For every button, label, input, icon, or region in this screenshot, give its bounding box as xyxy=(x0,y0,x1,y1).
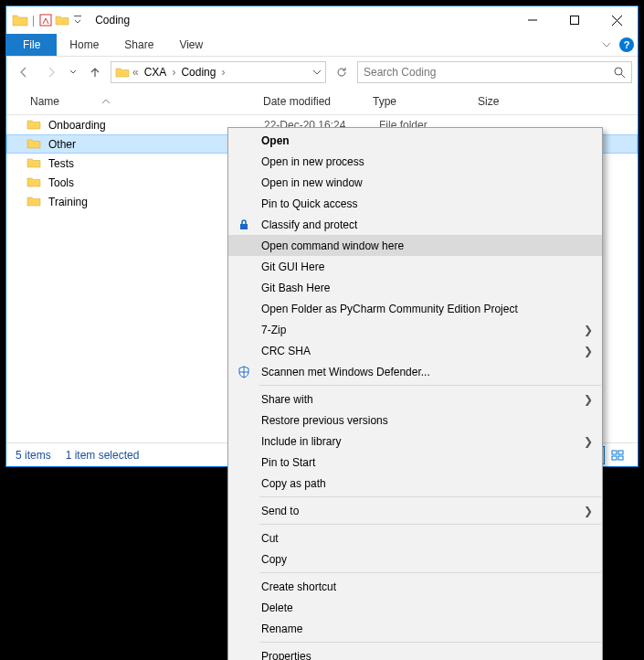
svg-rect-5 xyxy=(618,451,623,454)
ctx-include-library[interactable]: Include in library❯ xyxy=(228,431,602,452)
ribbon-expand-icon[interactable] xyxy=(597,34,616,56)
chevron-right-icon: ❯ xyxy=(584,435,593,448)
ctx-separator xyxy=(259,524,601,525)
ctx-open-new-window[interactable]: Open in new window xyxy=(228,172,602,193)
column-date[interactable]: Date modified xyxy=(258,95,367,108)
ctx-delete[interactable]: Delete xyxy=(228,597,602,618)
tab-file[interactable]: File xyxy=(6,34,57,56)
ctx-separator xyxy=(259,385,601,386)
help-icon: ? xyxy=(619,37,634,52)
folder-icon xyxy=(26,117,43,133)
quick-access-toolbar: | xyxy=(6,12,90,28)
chevron-right-icon: › xyxy=(171,66,176,79)
tab-view[interactable]: View xyxy=(166,34,216,56)
forward-button[interactable] xyxy=(39,60,63,84)
chevron-right-icon: ❯ xyxy=(584,393,593,406)
ctx-defender-scan[interactable]: Scannen met Windows Defender... xyxy=(228,361,602,382)
breadcrumb-seg-1[interactable]: CXA xyxy=(142,66,170,79)
qat-dropdown-icon[interactable] xyxy=(71,14,84,27)
close-button[interactable] xyxy=(596,6,638,34)
qat-properties-icon[interactable] xyxy=(38,13,53,27)
ctx-separator xyxy=(259,572,601,573)
breadcrumb-seg-2[interactable]: Coding xyxy=(178,66,218,79)
ctx-git-gui[interactable]: Git GUI Here xyxy=(228,256,602,277)
lock-icon xyxy=(236,217,252,233)
ribbon-tabs: File Home Share View ? xyxy=(6,34,638,57)
column-name-label: Name xyxy=(30,95,59,108)
breadcrumb-folder-icon xyxy=(115,65,130,80)
svg-rect-2 xyxy=(571,16,579,25)
folder-icon xyxy=(26,175,43,191)
ctx-pin-quick-access[interactable]: Pin to Quick access xyxy=(228,193,602,214)
column-type[interactable]: Type xyxy=(367,95,472,108)
search-input[interactable] xyxy=(364,66,626,79)
svg-rect-4 xyxy=(612,451,617,454)
svg-rect-0 xyxy=(40,15,51,26)
ctx-7zip[interactable]: 7-Zip❯ xyxy=(228,319,602,340)
maximize-button[interactable] xyxy=(554,6,596,34)
ctx-copy[interactable]: Copy xyxy=(228,548,602,570)
ctx-git-bash[interactable]: Git Bash Here xyxy=(228,277,602,298)
search-box[interactable] xyxy=(357,61,632,83)
ctx-cut[interactable]: Cut xyxy=(228,527,602,548)
ctx-share-with[interactable]: Share with❯ xyxy=(228,389,602,410)
up-button[interactable] xyxy=(83,60,107,84)
window-title: Coding xyxy=(90,14,512,27)
chevron-right-icon: › xyxy=(220,66,226,79)
ctx-open-new-process[interactable]: Open in new process xyxy=(228,151,602,172)
svg-rect-1 xyxy=(74,16,81,16)
back-button[interactable] xyxy=(12,60,36,84)
tab-share[interactable]: Share xyxy=(111,34,166,56)
ctx-separator xyxy=(259,642,601,643)
ctx-create-shortcut[interactable]: Create shortcut xyxy=(228,576,602,597)
folder-icon xyxy=(26,155,43,172)
svg-rect-7 xyxy=(618,456,623,460)
help-button[interactable]: ? xyxy=(616,34,638,56)
ctx-classify-protect[interactable]: Classify and protect xyxy=(228,214,602,235)
window-controls xyxy=(512,6,638,34)
chevron-right-icon: ❯ xyxy=(584,345,593,357)
column-size[interactable]: Size xyxy=(472,95,545,108)
column-name[interactable]: Name xyxy=(25,95,258,108)
address-dropdown-icon[interactable] xyxy=(312,68,322,77)
qat-folder-icon[interactable] xyxy=(55,13,69,27)
folder-icon xyxy=(26,194,43,210)
context-menu: Open Open in new process Open in new win… xyxy=(227,127,603,660)
sort-indicator-icon xyxy=(96,99,111,104)
qat-separator-icon: | xyxy=(30,14,37,27)
navigation-bar: « CXA › Coding › xyxy=(6,57,638,88)
ctx-pin-start[interactable]: Pin to Start xyxy=(228,452,602,473)
view-icons-button[interactable] xyxy=(607,446,628,464)
app-folder-icon xyxy=(12,12,28,28)
svg-rect-6 xyxy=(612,456,617,460)
refresh-button[interactable] xyxy=(330,61,354,83)
svg-rect-8 xyxy=(240,224,248,229)
ctx-restore-previous[interactable]: Restore previous versions xyxy=(228,410,602,431)
ctx-properties[interactable]: Properties xyxy=(228,645,602,660)
ctx-open[interactable]: Open xyxy=(228,130,602,151)
titlebar: | Coding xyxy=(6,6,638,34)
ctx-open-pycharm[interactable]: Open Folder as PyCharm Community Edition… xyxy=(228,298,602,319)
ctx-crc-sha[interactable]: CRC SHA❯ xyxy=(228,340,602,361)
ctx-send-to[interactable]: Send to❯ xyxy=(228,500,602,521)
chevron-right-icon: ❯ xyxy=(584,324,593,336)
ctx-separator xyxy=(259,496,601,497)
ctx-copy-path[interactable]: Copy as path xyxy=(228,473,602,494)
minimize-button[interactable] xyxy=(512,6,554,34)
recent-dropdown-icon[interactable] xyxy=(67,60,79,84)
svg-point-3 xyxy=(615,68,622,75)
address-bar[interactable]: « CXA › Coding › xyxy=(111,61,326,83)
status-selected-count: 1 item selected xyxy=(66,449,140,462)
ctx-rename[interactable]: Rename xyxy=(228,618,602,639)
search-icon[interactable] xyxy=(613,66,626,79)
status-item-count: 5 items xyxy=(16,449,51,462)
ctx-open-command-window[interactable]: Open command window here xyxy=(228,235,602,256)
column-headers: Name Date modified Type Size xyxy=(6,88,638,115)
tab-home[interactable]: Home xyxy=(57,34,111,56)
folder-icon xyxy=(26,136,43,153)
shield-icon xyxy=(236,364,252,380)
chevron-right-icon: ❯ xyxy=(584,505,593,517)
breadcrumb-sep-icon: « xyxy=(132,66,140,79)
